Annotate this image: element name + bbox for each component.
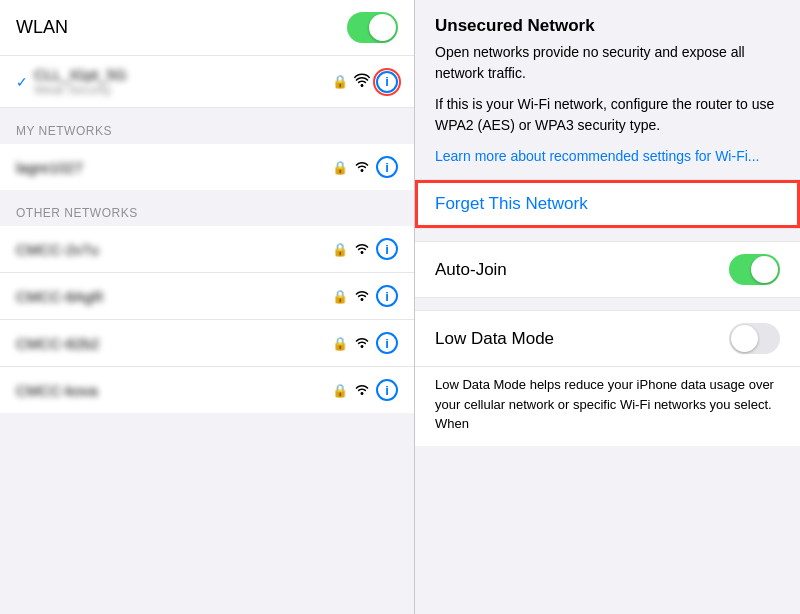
network-name: CMCC-8AgR [16, 288, 104, 305]
list-item[interactable]: CMCC-8AgR 🔒 i [0, 273, 414, 320]
network-row-icons: 🔒 i [332, 156, 398, 178]
wifi-icon [354, 287, 370, 305]
connected-network-info: CLL_IGpt_5G Weak Security [34, 66, 127, 97]
wifi-icon [354, 334, 370, 352]
info-icon: i [385, 336, 389, 351]
network-detail-panel: Unsecured Network Open networks provide … [415, 0, 800, 614]
checkmark-icon: ✓ [16, 74, 28, 90]
network-info-button[interactable]: i [376, 285, 398, 307]
connected-right-icons: 🔒 i [332, 71, 398, 93]
wlan-toggle-row: WLAN [0, 0, 414, 56]
learn-more-link[interactable]: Learn more about recommended settings fo… [435, 148, 759, 164]
security-title: Unsecured Network [435, 16, 780, 36]
wlan-toggle[interactable] [347, 12, 398, 43]
info-icon: i [385, 383, 389, 398]
network-row-icons: 🔒 i [332, 285, 398, 307]
info-icon: i [385, 289, 389, 304]
toggle-knob [751, 256, 778, 283]
connected-network-sub: Weak Security [34, 83, 127, 97]
network-name: lagre1027 [16, 159, 83, 176]
toggle-knob [731, 325, 758, 352]
other-networks-list: CMCC-2v7u 🔒 i CMCC-8AgR 🔒 [0, 226, 414, 413]
security-desc-1: Open networks provide no security and ex… [435, 42, 780, 84]
network-name: CMCC-2v7u [16, 241, 99, 258]
info-icon: i [385, 160, 389, 175]
my-networks-list: lagre1027 🔒 i [0, 144, 414, 190]
network-row-icons: 🔒 i [332, 379, 398, 401]
list-item[interactable]: CMCC-2v7u 🔒 i [0, 226, 414, 273]
wifi-list-panel: WLAN ✓ CLL_IGpt_5G Weak Security 🔒 [0, 0, 415, 614]
lock-icon: 🔒 [332, 289, 348, 304]
lock-icon: 🔒 [332, 74, 348, 89]
network-info-button[interactable]: i [376, 156, 398, 178]
low-data-section: Low Data Mode Low Data Mode helps reduce… [415, 310, 800, 446]
list-item[interactable]: lagre1027 🔒 i [0, 144, 414, 190]
network-name: CMCC-82b2 [16, 335, 99, 352]
security-description: Open networks provide no security and ex… [435, 42, 780, 136]
wifi-icon [354, 381, 370, 399]
connected-network-row[interactable]: ✓ CLL_IGpt_5G Weak Security 🔒 i [0, 56, 414, 108]
connected-info-button[interactable]: i [376, 71, 398, 93]
lock-icon: 🔒 [332, 242, 348, 257]
network-name: CMCC-kova [16, 382, 98, 399]
info-icon: i [385, 74, 389, 89]
network-info-button[interactable]: i [376, 238, 398, 260]
low-data-label: Low Data Mode [435, 329, 554, 349]
forget-network-button[interactable]: Forget This Network [415, 180, 800, 228]
my-networks-header: MY NETWORKS [0, 108, 414, 144]
connected-left: ✓ CLL_IGpt_5G Weak Security [16, 66, 127, 97]
network-info-button[interactable]: i [376, 379, 398, 401]
security-desc-2: If this is your Wi-Fi network, configure… [435, 94, 780, 136]
network-row-icons: 🔒 i [332, 238, 398, 260]
lock-icon: 🔒 [332, 160, 348, 175]
toggle-knob [369, 14, 396, 41]
auto-join-row: Auto-Join [415, 242, 800, 298]
other-networks-header: OTHER NETWORKS [0, 190, 414, 226]
info-icon: i [385, 242, 389, 257]
auto-join-label: Auto-Join [435, 260, 507, 280]
wifi-icon [354, 158, 370, 176]
list-item[interactable]: CMCC-kova 🔒 i [0, 367, 414, 413]
wifi-icon [354, 240, 370, 258]
low-data-description: Low Data Mode helps reduce your iPhone d… [415, 367, 800, 446]
network-info-button[interactable]: i [376, 332, 398, 354]
auto-join-toggle[interactable] [729, 254, 780, 285]
wifi-icon [354, 73, 370, 90]
security-info-block: Unsecured Network Open networks provide … [415, 0, 800, 179]
lock-icon: 🔒 [332, 383, 348, 398]
network-row-icons: 🔒 i [332, 332, 398, 354]
lock-icon: 🔒 [332, 336, 348, 351]
low-data-row: Low Data Mode [415, 311, 800, 367]
low-data-toggle[interactable] [729, 323, 780, 354]
list-item[interactable]: CMCC-82b2 🔒 i [0, 320, 414, 367]
auto-join-section: Auto-Join [415, 241, 800, 298]
wlan-label: WLAN [16, 17, 68, 38]
connected-network-name: CLL_IGpt_5G [34, 66, 127, 83]
forget-network-section: Forget This Network [415, 179, 800, 229]
